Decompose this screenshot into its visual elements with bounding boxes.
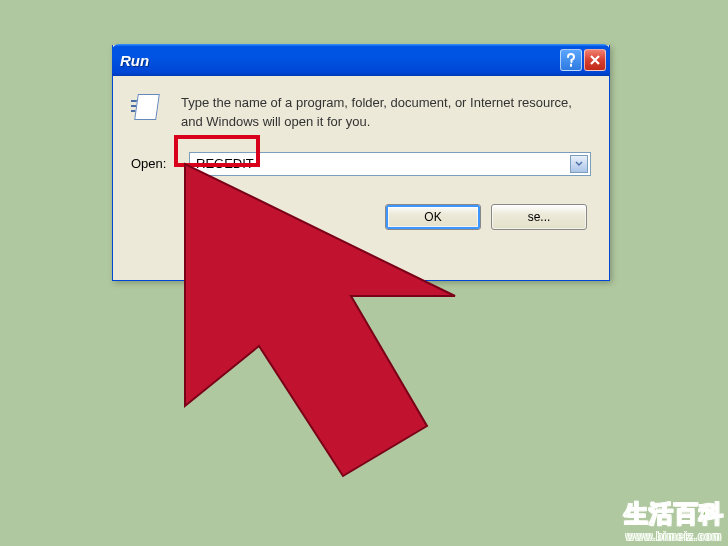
close-icon bbox=[589, 54, 601, 66]
info-text: Type the name of a program, folder, docu… bbox=[181, 94, 591, 132]
window-title: Run bbox=[120, 52, 149, 69]
ok-button[interactable]: OK bbox=[385, 204, 481, 230]
help-icon bbox=[566, 53, 576, 67]
dropdown-button[interactable] bbox=[570, 155, 588, 173]
open-row: Open: REGEDIT bbox=[131, 152, 591, 176]
run-icon bbox=[131, 94, 169, 124]
run-dialog-window: Run Type the name of a program, folder, … bbox=[112, 45, 610, 281]
browse-button[interactable]: se... bbox=[491, 204, 587, 230]
watermark-url: www.bimeiz.com bbox=[624, 530, 724, 542]
chevron-down-icon bbox=[575, 161, 583, 167]
open-combobox[interactable]: REGEDIT bbox=[189, 152, 591, 176]
open-value: REGEDIT bbox=[196, 156, 254, 171]
watermark-text: 生活百科 bbox=[624, 498, 724, 530]
titlebar[interactable]: Run bbox=[112, 44, 610, 76]
open-label: Open: bbox=[131, 156, 177, 171]
watermark: 生活百科 www.bimeiz.com bbox=[624, 498, 724, 542]
titlebar-buttons bbox=[560, 49, 606, 71]
info-row: Type the name of a program, folder, docu… bbox=[131, 94, 591, 132]
help-button[interactable] bbox=[560, 49, 582, 71]
button-row: OK se... bbox=[131, 204, 591, 230]
dialog-body: Type the name of a program, folder, docu… bbox=[113, 76, 609, 246]
close-button[interactable] bbox=[584, 49, 606, 71]
